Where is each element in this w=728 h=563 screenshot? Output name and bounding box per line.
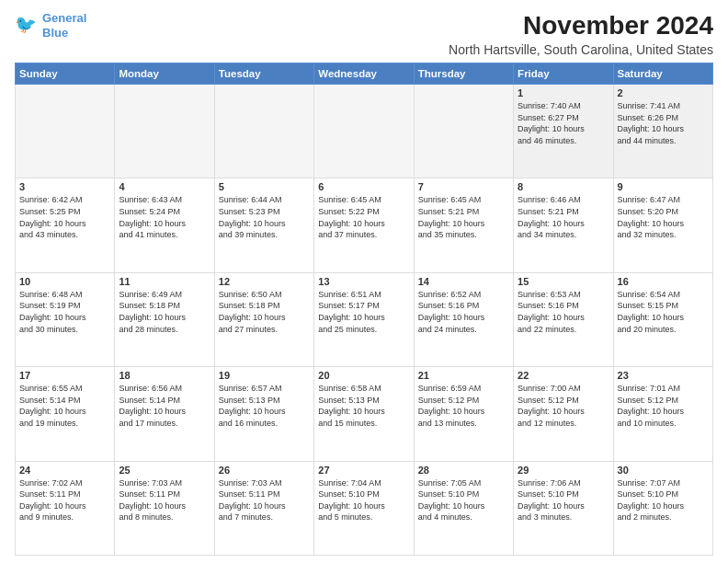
col-wednesday: Wednesday xyxy=(314,63,414,85)
day-number: 30 xyxy=(618,465,709,476)
day-number: 14 xyxy=(418,276,509,287)
col-sunday: Sunday xyxy=(16,63,115,85)
calendar-cell: 13Sunrise: 6:51 AM Sunset: 5:17 PM Dayli… xyxy=(314,272,414,366)
calendar-cell: 20Sunrise: 6:58 AM Sunset: 5:13 PM Dayli… xyxy=(314,367,414,461)
calendar-table: Sunday Monday Tuesday Wednesday Thursday… xyxy=(15,63,713,556)
calendar-cell xyxy=(115,85,214,178)
day-info: Sunrise: 6:55 AM Sunset: 5:14 PM Dayligh… xyxy=(19,383,110,429)
day-number: 6 xyxy=(318,181,409,192)
col-saturday: Saturday xyxy=(613,63,712,85)
day-info: Sunrise: 6:59 AM Sunset: 5:12 PM Dayligh… xyxy=(418,383,509,429)
day-info: Sunrise: 6:45 AM Sunset: 5:22 PM Dayligh… xyxy=(318,194,409,240)
title-block: November 2024 North Hartsville, South Ca… xyxy=(449,11,713,57)
calendar-cell: 21Sunrise: 6:59 AM Sunset: 5:12 PM Dayli… xyxy=(414,367,513,461)
day-number: 29 xyxy=(518,465,609,476)
col-friday: Friday xyxy=(514,63,613,85)
day-info: Sunrise: 7:05 AM Sunset: 5:10 PM Dayligh… xyxy=(418,477,509,523)
calendar-cell: 7Sunrise: 6:45 AM Sunset: 5:21 PM Daylig… xyxy=(414,178,513,272)
day-info: Sunrise: 6:50 AM Sunset: 5:18 PM Dayligh… xyxy=(219,289,310,335)
calendar-cell: 10Sunrise: 6:48 AM Sunset: 5:19 PM Dayli… xyxy=(16,272,115,366)
calendar-cell: 12Sunrise: 6:50 AM Sunset: 5:18 PM Dayli… xyxy=(214,272,313,366)
day-number: 15 xyxy=(518,276,609,287)
calendar-cell: 25Sunrise: 7:03 AM Sunset: 5:11 PM Dayli… xyxy=(115,461,214,555)
calendar-cell: 23Sunrise: 7:01 AM Sunset: 5:12 PM Dayli… xyxy=(613,367,712,461)
day-info: Sunrise: 7:01 AM Sunset: 5:12 PM Dayligh… xyxy=(618,383,709,429)
day-number: 27 xyxy=(318,465,409,476)
month-year: November 2024 xyxy=(449,11,713,40)
day-info: Sunrise: 6:58 AM Sunset: 5:13 PM Dayligh… xyxy=(318,383,409,429)
col-tuesday: Tuesday xyxy=(214,63,313,85)
calendar-cell: 11Sunrise: 6:49 AM Sunset: 5:18 PM Dayli… xyxy=(115,272,214,366)
day-info: Sunrise: 7:03 AM Sunset: 5:11 PM Dayligh… xyxy=(119,477,210,523)
day-number: 5 xyxy=(219,181,310,192)
calendar-cell: 6Sunrise: 6:45 AM Sunset: 5:22 PM Daylig… xyxy=(314,178,414,272)
calendar-cell xyxy=(16,85,115,178)
day-number: 1 xyxy=(518,87,609,98)
day-number: 21 xyxy=(418,370,509,381)
logo: 🐦 General Blue xyxy=(15,11,86,40)
day-info: Sunrise: 6:49 AM Sunset: 5:18 PM Dayligh… xyxy=(119,289,210,335)
day-info: Sunrise: 6:44 AM Sunset: 5:23 PM Dayligh… xyxy=(219,194,310,240)
calendar-cell xyxy=(414,85,513,178)
col-monday: Monday xyxy=(115,63,214,85)
calendar-cell: 28Sunrise: 7:05 AM Sunset: 5:10 PM Dayli… xyxy=(414,461,513,555)
calendar-cell: 18Sunrise: 6:56 AM Sunset: 5:14 PM Dayli… xyxy=(115,367,214,461)
header: 🐦 General Blue November 2024 North Harts… xyxy=(15,11,713,57)
calendar-cell: 26Sunrise: 7:03 AM Sunset: 5:11 PM Dayli… xyxy=(214,461,313,555)
day-info: Sunrise: 7:07 AM Sunset: 5:10 PM Dayligh… xyxy=(618,477,709,523)
day-info: Sunrise: 6:47 AM Sunset: 5:20 PM Dayligh… xyxy=(618,194,709,240)
day-info: Sunrise: 7:41 AM Sunset: 6:26 PM Dayligh… xyxy=(618,100,709,146)
page: 🐦 General Blue November 2024 North Harts… xyxy=(0,0,728,563)
day-number: 9 xyxy=(618,181,709,192)
calendar-week-row: 17Sunrise: 6:55 AM Sunset: 5:14 PM Dayli… xyxy=(16,367,713,461)
calendar-cell: 30Sunrise: 7:07 AM Sunset: 5:10 PM Dayli… xyxy=(613,461,712,555)
day-number: 10 xyxy=(19,276,110,287)
calendar-header: Sunday Monday Tuesday Wednesday Thursday… xyxy=(16,63,713,85)
day-info: Sunrise: 6:57 AM Sunset: 5:13 PM Dayligh… xyxy=(219,383,310,429)
calendar-cell: 8Sunrise: 6:46 AM Sunset: 5:21 PM Daylig… xyxy=(514,178,613,272)
day-info: Sunrise: 6:45 AM Sunset: 5:21 PM Dayligh… xyxy=(418,194,509,240)
day-info: Sunrise: 6:46 AM Sunset: 5:21 PM Dayligh… xyxy=(518,194,609,240)
logo-icon: 🐦 xyxy=(15,13,40,39)
day-number: 4 xyxy=(119,181,210,192)
day-number: 7 xyxy=(418,181,509,192)
day-number: 23 xyxy=(618,370,709,381)
col-thursday: Thursday xyxy=(414,63,513,85)
day-info: Sunrise: 6:56 AM Sunset: 5:14 PM Dayligh… xyxy=(119,383,210,429)
logo-text: General Blue xyxy=(42,11,86,40)
calendar-week-row: 10Sunrise: 6:48 AM Sunset: 5:19 PM Dayli… xyxy=(16,272,713,366)
calendar-cell: 16Sunrise: 6:54 AM Sunset: 5:15 PM Dayli… xyxy=(613,272,712,366)
calendar-cell: 19Sunrise: 6:57 AM Sunset: 5:13 PM Dayli… xyxy=(214,367,313,461)
day-info: Sunrise: 6:48 AM Sunset: 5:19 PM Dayligh… xyxy=(19,289,110,335)
day-number: 22 xyxy=(518,370,609,381)
day-info: Sunrise: 7:00 AM Sunset: 5:12 PM Dayligh… xyxy=(518,383,609,429)
day-info: Sunrise: 6:53 AM Sunset: 5:16 PM Dayligh… xyxy=(518,289,609,335)
calendar-cell xyxy=(214,85,313,178)
day-info: Sunrise: 6:52 AM Sunset: 5:16 PM Dayligh… xyxy=(418,289,509,335)
calendar-week-row: 24Sunrise: 7:02 AM Sunset: 5:11 PM Dayli… xyxy=(16,461,713,555)
svg-text:🐦: 🐦 xyxy=(15,14,38,35)
day-info: Sunrise: 7:03 AM Sunset: 5:11 PM Dayligh… xyxy=(219,477,310,523)
calendar-cell: 9Sunrise: 6:47 AM Sunset: 5:20 PM Daylig… xyxy=(613,178,712,272)
calendar-cell: 29Sunrise: 7:06 AM Sunset: 5:10 PM Dayli… xyxy=(514,461,613,555)
calendar-week-row: 1Sunrise: 7:40 AM Sunset: 6:27 PM Daylig… xyxy=(16,85,713,178)
day-number: 13 xyxy=(318,276,409,287)
location: North Hartsville, South Carolina, United… xyxy=(449,42,713,57)
day-info: Sunrise: 6:42 AM Sunset: 5:25 PM Dayligh… xyxy=(19,194,110,240)
calendar-body: 1Sunrise: 7:40 AM Sunset: 6:27 PM Daylig… xyxy=(16,85,713,556)
day-number: 12 xyxy=(219,276,310,287)
day-info: Sunrise: 6:51 AM Sunset: 5:17 PM Dayligh… xyxy=(318,289,409,335)
day-info: Sunrise: 6:54 AM Sunset: 5:15 PM Dayligh… xyxy=(618,289,709,335)
calendar-cell: 5Sunrise: 6:44 AM Sunset: 5:23 PM Daylig… xyxy=(214,178,313,272)
calendar-cell: 15Sunrise: 6:53 AM Sunset: 5:16 PM Dayli… xyxy=(514,272,613,366)
calendar-week-row: 3Sunrise: 6:42 AM Sunset: 5:25 PM Daylig… xyxy=(16,178,713,272)
logo-line1: General xyxy=(42,11,86,25)
calendar-cell: 17Sunrise: 6:55 AM Sunset: 5:14 PM Dayli… xyxy=(16,367,115,461)
day-info: Sunrise: 7:02 AM Sunset: 5:11 PM Dayligh… xyxy=(19,477,110,523)
day-number: 17 xyxy=(19,370,110,381)
day-number: 8 xyxy=(518,181,609,192)
day-info: Sunrise: 7:04 AM Sunset: 5:10 PM Dayligh… xyxy=(318,477,409,523)
calendar-cell: 24Sunrise: 7:02 AM Sunset: 5:11 PM Dayli… xyxy=(16,461,115,555)
calendar-cell xyxy=(314,85,414,178)
day-number: 18 xyxy=(119,370,210,381)
